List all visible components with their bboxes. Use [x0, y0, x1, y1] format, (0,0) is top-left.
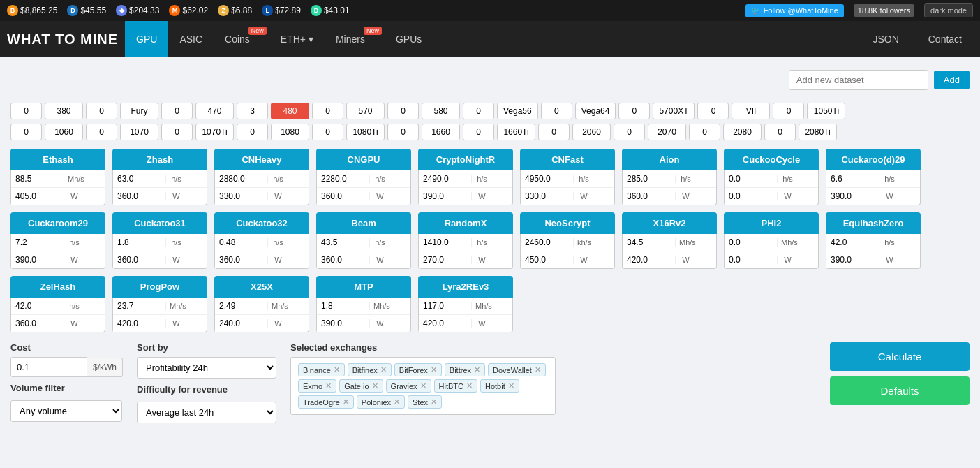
- remove-exchange-icon[interactable]: ✕: [431, 397, 437, 407]
- algo-power-cngpu[interactable]: [317, 188, 369, 205]
- algo-power-cnheavy[interactable]: [215, 188, 267, 205]
- algo-btn-cuckatoo32[interactable]: Cuckatoo32: [214, 212, 309, 234]
- algo-power-cuckatoo32[interactable]: [215, 251, 267, 268]
- algo-btn-zelhash[interactable]: ZelHash: [10, 276, 105, 298]
- remove-exchange-icon[interactable]: ✕: [334, 365, 340, 374]
- algo-hashrate-cuckatoo31[interactable]: [113, 234, 165, 251]
- gpu-num-Vega64[interactable]: [541, 103, 572, 119]
- algo-btn-neoscrypt[interactable]: NeoScrypt: [520, 212, 615, 234]
- nav-miners[interactable]: Miners New: [325, 21, 385, 57]
- remove-exchange-icon[interactable]: ✕: [343, 397, 349, 407]
- gpu-num-2080[interactable]: [689, 124, 720, 140]
- remove-exchange-icon[interactable]: ✕: [508, 381, 514, 390]
- gpu-num-570[interactable]: [312, 103, 343, 119]
- dataset-input[interactable]: [789, 70, 928, 90]
- algo-hashrate-neoscrypt[interactable]: [521, 234, 573, 251]
- gpu-num-480[interactable]: [237, 103, 268, 119]
- gpu-num-2070[interactable]: [614, 124, 645, 140]
- exchange-tag-exmo[interactable]: Exmo ✕: [298, 379, 336, 393]
- nav-coins[interactable]: Coins New: [214, 21, 269, 57]
- remove-exchange-icon[interactable]: ✕: [535, 365, 541, 374]
- sort-select[interactable]: Profitability 24h: [137, 357, 276, 379]
- exchange-tag-bittrex[interactable]: Bittrex ✕: [445, 363, 485, 376]
- remove-exchange-icon[interactable]: ✕: [474, 365, 480, 374]
- gpu-num-1660Ti[interactable]: [463, 124, 494, 140]
- remove-exchange-icon[interactable]: ✕: [466, 381, 473, 390]
- algo-hashrate-zhash[interactable]: [113, 170, 165, 187]
- algo-btn-x25x[interactable]: X25X: [214, 276, 309, 298]
- algo-power-lyra2rev3[interactable]: [419, 315, 471, 332]
- remove-exchange-icon[interactable]: ✕: [420, 381, 426, 390]
- algo-hashrate-cryptonightr[interactable]: [419, 170, 471, 187]
- nav-eth-plus[interactable]: ETH+ ▾: [269, 21, 325, 57]
- add-dataset-button[interactable]: Add: [934, 71, 970, 89]
- algo-hashrate-mtp[interactable]: [317, 298, 369, 314]
- algo-btn-mtp[interactable]: MTP: [316, 276, 411, 298]
- algo-power-ethash[interactable]: [11, 188, 64, 205]
- algo-power-equihashzero[interactable]: [826, 251, 879, 268]
- gpu-num-380[interactable]: [10, 103, 42, 119]
- algo-power-randomx[interactable]: [419, 251, 471, 268]
- gpu-num-Fury[interactable]: [86, 103, 117, 119]
- algo-power-cuckatoo31[interactable]: [113, 251, 165, 268]
- exchange-tag-hotbit[interactable]: Hotbit ✕: [480, 379, 519, 393]
- exchange-tag-dovewallet[interactable]: DoveWallet ✕: [488, 363, 546, 376]
- dark-mode-button[interactable]: dark mode: [924, 3, 973, 17]
- algo-hashrate-cuckarood29[interactable]: [826, 170, 879, 187]
- remove-exchange-icon[interactable]: ✕: [372, 381, 378, 390]
- algo-hashrate-cngpu[interactable]: [317, 170, 369, 187]
- gpu-num-1660[interactable]: [387, 124, 419, 140]
- exchange-tag-tradeogre[interactable]: TradeOgre ✕: [298, 395, 354, 409]
- algo-hashrate-cnheavy[interactable]: [215, 170, 267, 187]
- remove-exchange-icon[interactable]: ✕: [380, 365, 387, 374]
- volume-select[interactable]: Any volume: [10, 400, 122, 422]
- gpu-num-1080[interactable]: [237, 124, 268, 140]
- algo-hashrate-cuckatoo32[interactable]: [215, 234, 267, 251]
- algo-btn-x16rv2[interactable]: X16Rv2: [622, 212, 717, 234]
- algo-btn-cuckoocycle[interactable]: CuckooCycle: [724, 149, 819, 170]
- defaults-button[interactable]: Defaults: [830, 376, 970, 405]
- calculate-button[interactable]: Calculate: [830, 342, 970, 371]
- algo-power-mtp[interactable]: [317, 315, 369, 332]
- algo-hashrate-x25x[interactable]: [215, 298, 267, 314]
- nav-gpu[interactable]: GPU: [125, 21, 168, 57]
- algo-power-cuckoocycle[interactable]: [725, 188, 777, 205]
- algo-btn-cnheavy[interactable]: CNHeavy: [214, 149, 309, 170]
- gpu-num-1070[interactable]: [86, 124, 117, 140]
- algo-btn-phi2[interactable]: PHI2: [724, 212, 819, 234]
- algo-power-phi2[interactable]: [725, 251, 777, 268]
- algo-hashrate-randomx[interactable]: [419, 234, 471, 251]
- gpu-num-Vega56[interactable]: [463, 103, 494, 119]
- algo-hashrate-equihashzero[interactable]: [826, 234, 879, 251]
- remove-exchange-icon[interactable]: ✕: [394, 397, 400, 407]
- gpu-num-1050Ti[interactable]: [773, 103, 804, 119]
- gpu-num-470[interactable]: [161, 103, 193, 119]
- algo-hashrate-progpow[interactable]: [113, 298, 165, 314]
- difficulty-select[interactable]: Average last 24h: [137, 402, 276, 423]
- algo-btn-aion[interactable]: Aion: [622, 149, 717, 170]
- gpu-num-2060[interactable]: [538, 124, 570, 140]
- algo-btn-cryptonightr[interactable]: CryptoNightR: [418, 149, 513, 170]
- exchange-tag-stex[interactable]: Stex ✕: [408, 395, 442, 409]
- gpu-num-1060[interactable]: [10, 124, 42, 140]
- algo-power-x25x[interactable]: [215, 315, 267, 332]
- exchange-tag-graviex[interactable]: Graviex ✕: [386, 379, 431, 393]
- nav-contact[interactable]: Contact: [917, 21, 973, 57]
- algo-hashrate-phi2[interactable]: [725, 234, 777, 251]
- algo-power-neoscrypt[interactable]: [521, 251, 573, 268]
- algo-power-cnfast[interactable]: [521, 188, 573, 205]
- algo-btn-cnfast[interactable]: CNFast: [520, 149, 615, 170]
- algo-hashrate-cnfast[interactable]: [521, 170, 573, 187]
- algo-hashrate-ethash[interactable]: [11, 170, 64, 187]
- algo-power-cuckaroom29[interactable]: [11, 251, 64, 268]
- exchange-tag-poloniex[interactable]: Poloniex ✕: [357, 395, 405, 409]
- algo-btn-cuckatoo31[interactable]: Cuckatoo31: [112, 212, 207, 234]
- algo-btn-lyra2rev3[interactable]: Lyra2REv3: [418, 276, 513, 298]
- algo-power-progpow[interactable]: [113, 315, 165, 332]
- algo-btn-beam[interactable]: Beam: [316, 212, 411, 234]
- exchange-tag-bitforex[interactable]: BitForex ✕: [394, 363, 442, 376]
- algo-btn-cuckaroom29[interactable]: Cuckaroom29: [10, 212, 105, 234]
- algo-power-beam[interactable]: [317, 251, 369, 268]
- algo-hashrate-lyra2rev3[interactable]: [419, 298, 471, 314]
- algo-power-zhash[interactable]: [113, 188, 165, 205]
